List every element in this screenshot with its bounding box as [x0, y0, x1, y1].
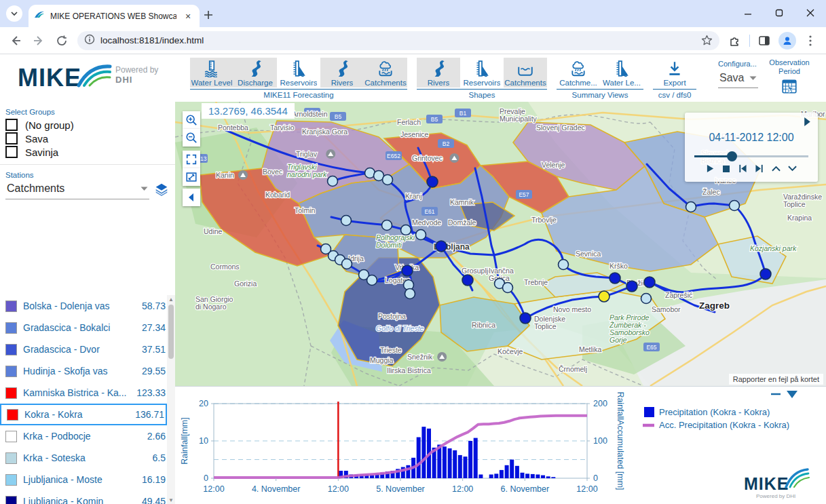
- profile-avatar[interactable]: [776, 29, 799, 52]
- side-panel-icon[interactable]: [753, 29, 776, 52]
- scroll-down-icon[interactable]: ▼: [167, 496, 175, 504]
- reload-button[interactable]: [50, 29, 73, 52]
- window-minimize-button[interactable]: [732, 0, 764, 26]
- station-row-krka-podbocje[interactable]: Krka - Podbocje2.66: [0, 425, 167, 447]
- zoom-in-button[interactable]: [183, 111, 200, 129]
- time-speed-down-button[interactable]: [788, 164, 797, 173]
- station-marker-light[interactable]: [328, 176, 338, 187]
- station-list-scrollbar[interactable]: ▲ ▼: [167, 295, 175, 504]
- station-row-kokra-kokra[interactable]: Kokra - Kokra136.71: [0, 404, 167, 425]
- group-checkbox-savinja[interactable]: Savinja: [5, 145, 175, 159]
- full-extent-button[interactable]: [183, 151, 200, 168]
- collapse-sidebar-button[interactable]: [183, 189, 200, 206]
- forward-button[interactable]: [27, 29, 50, 52]
- tab-close-icon[interactable]: ×: [182, 10, 194, 22]
- toolbar-button-reservoirs[interactable]: Reservoirs: [460, 58, 504, 88]
- zoom-out-button[interactable]: [183, 129, 200, 147]
- station-marker-dark[interactable]: [436, 241, 447, 252]
- station-row-gradascica-bokalci[interactable]: Gradascica - Bokalci27.34: [0, 317, 167, 338]
- station-row-bolska-dolenja-vas[interactable]: Bolska - Dolenja vas58.73: [0, 295, 167, 317]
- time-slider-handle[interactable]: [727, 151, 737, 161]
- bookmark-star-icon[interactable]: [698, 32, 715, 50]
- fit-view-button[interactable]: [183, 168, 200, 186]
- scroll-up-icon[interactable]: ▲: [167, 295, 175, 303]
- station-row-gradascica-dvor[interactable]: Gradascica - Dvor37.51: [0, 338, 167, 360]
- toolbar-button-water-level[interactable]: Water Level: [190, 58, 233, 88]
- toolbar-button-rivers[interactable]: Rivers: [417, 58, 460, 88]
- station-marker-light[interactable]: [401, 225, 411, 235]
- chart-collapse-controls[interactable]: [771, 391, 797, 398]
- station-marker-light[interactable]: [503, 283, 513, 293]
- time-step-last-button[interactable]: [755, 164, 764, 173]
- map-town-label: Grintovec: [412, 154, 443, 162]
- time-play-button[interactable]: [706, 164, 715, 173]
- map-attribution-link[interactable]: Rapporter en fejl på kortet: [729, 374, 823, 385]
- station-row-kamniska-bistrica-ka[interactable]: Kamniska Bistrica - Ka...123.33: [0, 382, 167, 404]
- time-stop-button[interactable]: [722, 164, 730, 173]
- extensions-icon[interactable]: [724, 29, 747, 52]
- toolbar-button-reservoirs[interactable]: Reservoirs: [277, 58, 320, 88]
- layers-button[interactable]: [149, 182, 168, 198]
- stations-dropdown[interactable]: Catchments: [5, 181, 149, 199]
- scrollbar-thumb[interactable]: [168, 305, 174, 359]
- station-marker-dark[interactable]: [626, 281, 637, 292]
- station-marker-dark[interactable]: [760, 269, 771, 279]
- station-marker-dark[interactable]: [520, 313, 531, 324]
- configuration-dropdown[interactable]: Sava: [718, 70, 758, 88]
- station-row-ljubljanica-moste[interactable]: Ljubljanica - Moste16.19: [0, 469, 167, 490]
- station-marker-light[interactable]: [382, 220, 392, 231]
- window-close-button[interactable]: [795, 0, 826, 26]
- precipitation-bar: [551, 477, 555, 478]
- new-tab-button[interactable]: [200, 6, 217, 24]
- time-panel-expand-button[interactable]: [802, 117, 812, 129]
- station-marker-light[interactable]: [416, 230, 426, 240]
- station-marker-dark[interactable]: [427, 176, 438, 187]
- toolbar-button-water-le[interactable]: Water Le...: [600, 58, 643, 88]
- collapse-chart-icon[interactable]: [787, 391, 797, 398]
- tab-search-chevron-icon[interactable]: [6, 5, 22, 22]
- url-field[interactable]: localhost:8181/index.html: [77, 31, 719, 50]
- station-marker-light[interactable]: [341, 216, 352, 226]
- station-row-krka-soteska[interactable]: Krka - Soteska6.5: [0, 447, 167, 469]
- toolbar-button-catchments[interactable]: Catchments: [504, 58, 547, 88]
- station-marker-light[interactable]: [367, 275, 377, 286]
- checkbox-icon[interactable]: [5, 132, 18, 144]
- station-marker-light[interactable]: [383, 175, 393, 185]
- toolbar-button-discharge[interactable]: Discharge: [233, 58, 277, 88]
- station-marker-selected[interactable]: [599, 291, 609, 302]
- station-marker-light[interactable]: [641, 294, 652, 304]
- group-checkbox-no-group[interactable]: (No group): [5, 118, 175, 132]
- time-speed-up-button[interactable]: [772, 164, 781, 173]
- station-row-hudinja-skofja-vas[interactable]: Hudinja - Skofja vas29.55: [0, 360, 167, 382]
- toolbar-button-catchments[interactable]: Catchments: [364, 58, 407, 88]
- checkbox-icon[interactable]: [5, 146, 18, 158]
- station-marker-light[interactable]: [342, 259, 352, 269]
- group-checkbox-sava[interactable]: Sava: [5, 132, 175, 145]
- station-marker-light[interactable]: [686, 202, 696, 212]
- road-badge: B5: [426, 115, 443, 123]
- configuration-label: Configura...: [718, 60, 758, 68]
- station-marker-light[interactable]: [559, 260, 569, 270]
- station-marker-light[interactable]: [405, 289, 415, 299]
- toolbar-button-rivers[interactable]: Rivers: [320, 58, 364, 88]
- observation-period-button[interactable]: Observation Period: [767, 58, 812, 98]
- cursor-coordinates: 13.2769, 46.3544: [202, 103, 295, 119]
- site-info-icon[interactable]: [84, 34, 95, 47]
- browser-tab[interactable]: MIKE OPERATIONS WEB Showca ×: [29, 5, 200, 27]
- station-marker-dark[interactable]: [644, 277, 655, 288]
- y-right-tick-label: 0: [593, 473, 598, 483]
- station-row-ljubljanica-komin[interactable]: Ljubljanica - Komin49.45: [0, 490, 167, 504]
- toolbar-button-catchme[interactable]: Catchme...: [557, 58, 600, 88]
- time-slider[interactable]: [694, 151, 808, 161]
- back-button[interactable]: [4, 29, 27, 52]
- station-marker-dark[interactable]: [402, 265, 413, 276]
- toolbar-button-export[interactable]: Export: [653, 58, 696, 88]
- checkbox-icon[interactable]: [5, 119, 18, 131]
- station-marker-dark[interactable]: [609, 273, 620, 284]
- time-step-first-button[interactable]: [738, 164, 747, 173]
- window-maximize-button[interactable]: [764, 0, 795, 26]
- station-marker-light[interactable]: [730, 201, 740, 211]
- station-marker-dark[interactable]: [462, 275, 473, 286]
- precipitation-bar: [474, 438, 478, 478]
- browser-menu-kebab-icon[interactable]: [799, 29, 822, 52]
